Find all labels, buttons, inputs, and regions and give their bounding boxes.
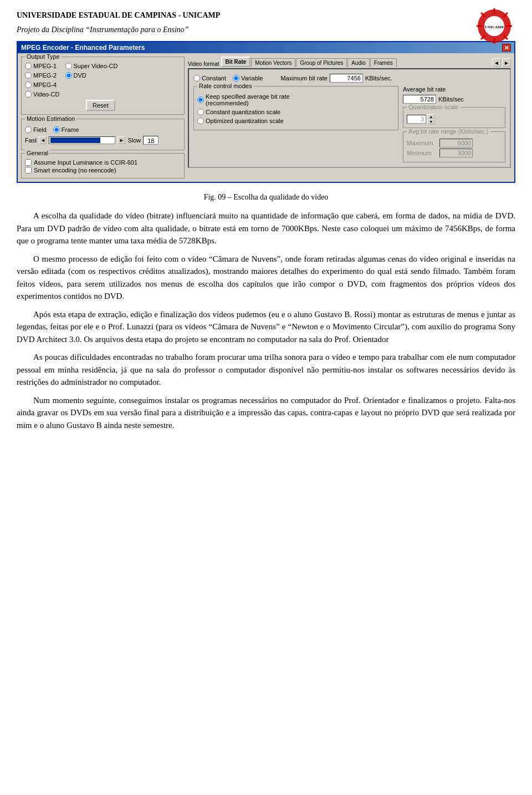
- slider-fill: [50, 137, 100, 143]
- smart-encoding-label: Smart encoding (no reencode): [34, 167, 116, 174]
- paragraph-2: O mesmo processo de edição foi feito com…: [17, 253, 515, 303]
- keep-average-radio[interactable]: [197, 96, 204, 103]
- svcd-label: Super Video-CD: [74, 63, 118, 69]
- tab-prev-button[interactable]: ◄: [492, 58, 501, 67]
- tab-next-button[interactable]: ►: [502, 58, 511, 67]
- max-bitrate-input[interactable]: [330, 74, 363, 83]
- bit-rate-tab[interactable]: Bit Rate: [221, 57, 251, 67]
- frames-tab[interactable]: Frames: [370, 58, 397, 67]
- output-type-group: Output Type MPEG-1 MPEG-2: [21, 57, 185, 115]
- constant-label: Constant: [202, 75, 226, 81]
- keep-average-label: Keep specified average bit rate (recomme…: [206, 93, 316, 106]
- avg-range-group: Avg bit rate range (Kbits/sec.) Maximum …: [403, 131, 505, 162]
- paragraph-3: Após esta etapa de extração, edição e fi…: [17, 308, 515, 346]
- body-text: A escolha da qualidade do vídeo (bitrate…: [17, 210, 515, 431]
- field-label: Field: [33, 126, 47, 133]
- svcd-radio[interactable]: [65, 63, 72, 69]
- videocd-label: Video-CD: [33, 91, 60, 98]
- quant-up-button[interactable]: ▲: [427, 114, 435, 119]
- optimized-quant-radio[interactable]: [197, 118, 204, 124]
- slow-label: Slow: [127, 137, 141, 144]
- quant-input[interactable]: [407, 115, 426, 124]
- fast-label: Fast: [25, 137, 37, 144]
- rate-control-label: Rate control modes: [197, 83, 253, 89]
- frame-radio[interactable]: [53, 126, 60, 133]
- output-type-label: Output Type: [25, 53, 62, 60]
- mpeg1-label: MPEG-1: [33, 63, 57, 69]
- smart-encoding-checkbox[interactable]: [25, 167, 32, 174]
- constant-quant-label: Constant quantization scale: [206, 109, 280, 115]
- general-label: General: [25, 150, 50, 156]
- mpeg2-label: MPEG-2: [33, 72, 57, 79]
- videocd-radio[interactable]: [25, 91, 32, 98]
- quant-scale-label: Quantization scale: [407, 104, 461, 110]
- luminance-checkbox[interactable]: [25, 159, 32, 166]
- minimum-input[interactable]: [439, 149, 473, 157]
- motion-estimation-label: Motion Estimation: [25, 115, 76, 122]
- tab-content: Constant Variable Maximum bit rate KBits…: [188, 68, 511, 168]
- slider-track[interactable]: [49, 136, 115, 144]
- project-subtitle: Projeto da Disciplina “Instrumentação pa…: [17, 26, 515, 34]
- paragraph-5: Num momento seguinte, conseguimos instal…: [17, 394, 515, 432]
- motion-vectors-tab[interactable]: Motion Vectors: [251, 58, 295, 67]
- next-arrow-button[interactable]: ►: [117, 136, 125, 144]
- motion-estimation-group: Motion Estimation Field Frame Fast: [21, 119, 185, 150]
- paragraph-4: As poucas dificuldades encontradas no tr…: [17, 351, 515, 389]
- dvd-radio[interactable]: [65, 72, 72, 79]
- audio-tab[interactable]: Audio: [347, 58, 370, 67]
- field-radio[interactable]: [25, 126, 32, 133]
- max-bitrate-label: Maximum bit rate: [281, 75, 328, 81]
- dvd-label: DVD: [74, 72, 86, 79]
- max-bitrate-unit: KBits/sec.: [365, 75, 392, 81]
- variable-label: Variable: [241, 75, 263, 81]
- luminance-label: Assume Input Luminance is CCIR-601: [34, 159, 137, 166]
- general-group: General Assume Input Luminance is CCIR-6…: [21, 153, 185, 179]
- quant-down-button[interactable]: ▼: [427, 119, 435, 124]
- video-format-label: Video format: [188, 61, 219, 67]
- rate-control-group: Rate control modes Keep specified averag…: [193, 86, 398, 130]
- quant-group: Quantization scale ▲ ▼: [403, 107, 505, 128]
- dialog-title: MPEG Encoder - Enhanced Parameters: [21, 44, 145, 52]
- dialog-titlebar: MPEG Encoder - Enhanced Parameters ✕: [18, 42, 514, 53]
- mpeg4-radio[interactable]: [25, 81, 32, 88]
- dialog-window: MPEG Encoder - Enhanced Parameters ✕ Out…: [17, 41, 515, 183]
- mpeg4-label: MPEG-4: [33, 81, 57, 88]
- constant-quant-radio[interactable]: [197, 109, 204, 115]
- constant-radio[interactable]: [193, 75, 200, 81]
- maximum-input[interactable]: [439, 139, 473, 147]
- avg-bitrate-row: Average bit rate: [403, 86, 505, 93]
- university-title: UNIVERSIDADE ESTADUAL DE CAMPINAS - UNIC…: [17, 11, 515, 20]
- minimum-label: Minimum: [407, 150, 437, 156]
- mpeg2-radio[interactable]: [25, 72, 32, 79]
- variable-radio[interactable]: [233, 75, 239, 81]
- avg-bitrate-input[interactable]: [403, 95, 436, 104]
- unicamp-logo: UNICAMP: [474, 6, 515, 49]
- maximum-label: Maximum: [407, 140, 437, 146]
- optimized-quant-label: Optimized quantization scale: [206, 118, 284, 124]
- frame-label: Frame: [62, 126, 79, 133]
- slider-value: 18: [143, 136, 158, 145]
- prev-arrow-button[interactable]: ◄: [39, 136, 47, 144]
- paragraph-1: A escolha da qualidade do vídeo (bitrate…: [17, 210, 515, 247]
- mpeg1-radio[interactable]: [25, 63, 32, 69]
- group-of-pictures-tab[interactable]: Group of Pictures: [296, 58, 347, 67]
- tab-bar: Video format Bit Rate Motion Vectors Gro…: [188, 57, 511, 67]
- avg-bitrate-unit: KBits/sec: [438, 96, 464, 103]
- reset-button[interactable]: Reset: [86, 100, 115, 111]
- avg-range-label: Avg bit rate range (Kbits/sec.): [407, 128, 490, 135]
- svg-text:UNICAMP: UNICAMP: [485, 25, 504, 29]
- figure-caption: Fig. 09 – Escolha da qualidade do vídeo: [17, 193, 515, 202]
- avg-bitrate-label: Average bit rate: [403, 86, 446, 93]
